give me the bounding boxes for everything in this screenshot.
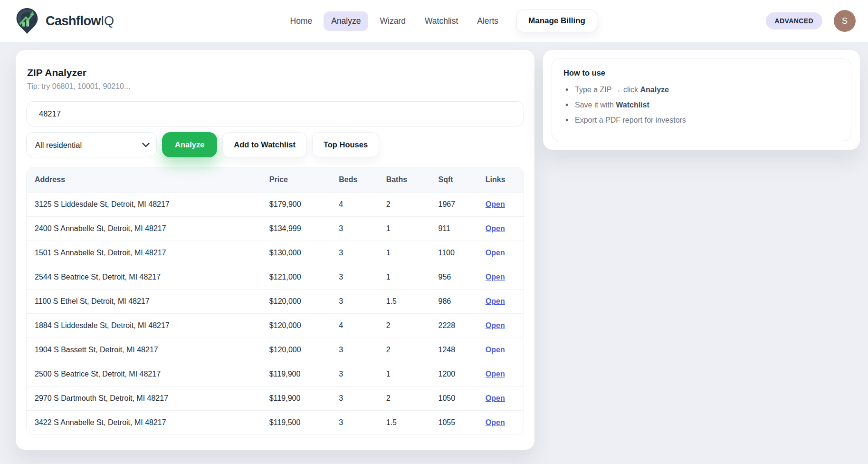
nav-item-analyze[interactable]: Analyze (324, 11, 368, 31)
cell-beds: 3 (332, 387, 379, 411)
open-listing-link[interactable]: Open (486, 249, 505, 257)
cell-baths: 1.5 (380, 411, 432, 435)
table-row: 1884 S Liddesdale St, Detroit, MI 48217 … (27, 314, 524, 338)
top-houses-button[interactable]: Top Houses (312, 132, 379, 157)
cell-price: $134,999 (263, 217, 332, 241)
manage-billing-button[interactable]: Manage Billing (516, 10, 597, 32)
cell-address: 1100 S Ethel St, Detroit, MI 48217 (27, 290, 263, 314)
table-row: 1100 S Ethel St, Detroit, MI 48217 $120,… (27, 290, 524, 314)
cell-beds: 3 (332, 362, 379, 387)
open-listing-link[interactable]: Open (486, 297, 505, 305)
cell-price: $120,000 (263, 338, 332, 362)
cell-address: 1501 S Annabelle St, Detroit, MI 48217 (27, 241, 263, 265)
open-listing-link[interactable]: Open (486, 370, 505, 378)
property-type-select-wrap: All residential (26, 132, 157, 157)
howto-item-text: Export a PDF report for investors (575, 116, 686, 124)
column-header-links: Links (479, 167, 524, 193)
page-content: ZIP Analyzer Tip: try 06801, 10001, 9021… (0, 42, 868, 450)
open-listing-link[interactable]: Open (486, 273, 505, 281)
table-body: 3125 S Liddesdale St, Detroit, MI 48217 … (27, 193, 524, 435)
cell-baths: 2 (380, 314, 432, 338)
brand-name-primary: Cashflow (46, 14, 101, 28)
cell-baths: 1 (380, 241, 432, 265)
table-row: 2500 S Beatrice St, Detroit, MI 48217 $1… (27, 362, 524, 387)
table-row: 3125 S Liddesdale St, Detroit, MI 48217 … (27, 193, 524, 217)
cell-sqft: 1100 (431, 241, 478, 265)
cell-price: $121,000 (263, 265, 332, 290)
cell-price: $179,900 (263, 193, 332, 217)
user-avatar[interactable]: S (834, 10, 856, 32)
cell-address: 3125 S Liddesdale St, Detroit, MI 48217 (27, 193, 263, 217)
analyze-button[interactable]: Analyze (162, 132, 217, 157)
cell-sqft: 1248 (431, 338, 478, 362)
howto-card: How to use Type a ZIP → click Analyze Sa… (552, 58, 851, 141)
nav-item-wizard[interactable]: Wizard (372, 11, 413, 31)
table-row: 3422 S Annabelle St, Detroit, MI 48217 $… (27, 411, 524, 435)
open-listing-link[interactable]: Open (486, 224, 505, 232)
table-row: 2970 S Dartmouth St, Detroit, MI 48217 $… (27, 387, 524, 411)
property-type-select[interactable]: All residential (26, 132, 157, 157)
cell-baths: 2 (380, 387, 432, 411)
brand-name-secondary: IQ (101, 14, 114, 28)
header-right-group: ADVANCED S (766, 10, 856, 32)
table-row: 1501 S Annabelle St, Detroit, MI 48217 $… (27, 241, 524, 265)
primary-nav: Home Analyze Wizard Watchlist Alerts (283, 11, 506, 31)
zip-tip-text: Tip: try 06801, 10001, 90210... (27, 82, 524, 91)
cell-sqft: 1200 (431, 362, 478, 387)
nav-item-watchlist[interactable]: Watchlist (417, 11, 466, 31)
column-header-address: Address (27, 167, 263, 193)
table-row: 2544 S Beatrice St, Detroit, MI 48217 $1… (27, 265, 524, 290)
cell-beds: 3 (332, 265, 379, 290)
howto-item-text: Type a ZIP → click (575, 86, 640, 94)
table-row: 2400 S Annabelle St, Detroit, MI 48217 $… (27, 217, 524, 241)
column-header-sqft: Sqft (431, 167, 478, 193)
cell-baths: 1 (380, 217, 432, 241)
zip-analyzer-panel: ZIP Analyzer Tip: try 06801, 10001, 9021… (16, 50, 534, 450)
open-listing-link[interactable]: Open (486, 418, 505, 426)
cell-beds: 3 (332, 217, 379, 241)
cell-beds: 3 (332, 338, 379, 362)
cell-sqft: 2228 (431, 314, 478, 338)
results-table-card: Address Price Beds Baths Sqft Links 3125… (26, 167, 524, 435)
cell-sqft: 911 (431, 217, 478, 241)
howto-item-bold: Analyze (640, 86, 669, 94)
cell-baths: 1 (380, 265, 432, 290)
column-header-baths: Baths (380, 167, 432, 193)
nav-item-alerts[interactable]: Alerts (469, 11, 506, 31)
cell-baths: 1 (380, 362, 432, 387)
cell-address: 2970 S Dartmouth St, Detroit, MI 48217 (27, 387, 263, 411)
howto-item: Export a PDF report for investors (563, 115, 839, 126)
table-row: 1904 S Bassett St, Detroit, MI 48217 $12… (27, 338, 524, 362)
column-header-beds: Beds (332, 167, 379, 193)
cell-beds: 3 (332, 290, 379, 314)
cell-address: 2400 S Annabelle St, Detroit, MI 48217 (27, 217, 263, 241)
howto-list: Type a ZIP → click Analyze Save it with … (563, 84, 839, 126)
page-title: ZIP Analyzer (27, 67, 524, 78)
add-to-watchlist-button[interactable]: Add to Watchlist (222, 132, 307, 157)
cell-beds: 3 (332, 411, 379, 435)
cell-address: 2544 S Beatrice St, Detroit, MI 48217 (27, 265, 263, 290)
cell-baths: 2 (380, 193, 432, 217)
cell-price: $119,900 (263, 362, 332, 387)
open-listing-link[interactable]: Open (486, 346, 505, 354)
howto-title: How to use (563, 68, 839, 77)
cell-sqft: 956 (431, 265, 478, 290)
cell-beds: 4 (332, 314, 379, 338)
open-listing-link[interactable]: Open (486, 200, 505, 208)
howto-item-bold: Watchlist (616, 101, 649, 109)
zip-input[interactable] (26, 101, 524, 126)
cell-address: 2500 S Beatrice St, Detroit, MI 48217 (27, 362, 263, 387)
plan-badge[interactable]: ADVANCED (766, 12, 823, 29)
brand-logo[interactable]: CashflowIQ (14, 7, 114, 35)
howto-item: Save it with Watchlist (563, 99, 839, 110)
open-listing-link[interactable]: Open (486, 394, 505, 402)
cell-price: $130,000 (263, 241, 332, 265)
cell-baths: 1.5 (380, 290, 432, 314)
howto-item: Type a ZIP → click Analyze (563, 84, 839, 95)
column-header-price: Price (263, 167, 332, 193)
cell-price: $120,000 (263, 314, 332, 338)
cell-address: 1884 S Liddesdale St, Detroit, MI 48217 (27, 314, 263, 338)
open-listing-link[interactable]: Open (486, 321, 505, 329)
nav-item-home[interactable]: Home (283, 11, 320, 31)
cell-beds: 4 (332, 193, 379, 217)
